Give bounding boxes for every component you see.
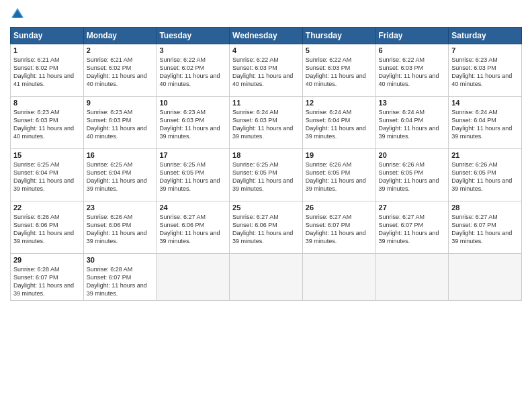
day-info: Sunrise: 6:21 AM Sunset: 6:02 PM Dayligh…	[13, 56, 81, 89]
day-info: Sunrise: 6:25 AM Sunset: 6:04 PM Dayligh…	[87, 161, 154, 193]
calendar-day-cell: 12 Sunrise: 6:24 AM Sunset: 6:04 PM Dayl…	[302, 97, 375, 149]
day-info: Sunrise: 6:25 AM Sunset: 6:05 PM Dayligh…	[232, 161, 300, 193]
day-info: Sunrise: 6:26 AM Sunset: 6:06 PM Dayligh…	[87, 213, 154, 246]
day-number: 12	[306, 99, 373, 107]
day-number: 30	[87, 256, 154, 264]
day-number: 2	[87, 46, 154, 54]
day-number: 4	[232, 46, 300, 54]
day-info: Sunrise: 6:24 AM Sunset: 6:03 PM Dayligh…	[232, 108, 300, 141]
day-number: 10	[159, 99, 226, 107]
calendar-day-cell	[157, 254, 230, 301]
calendar-day-cell: 28 Sunrise: 6:27 AM Sunset: 6:07 PM Dayl…	[449, 201, 522, 254]
weekday-header: Thursday	[302, 28, 375, 44]
day-info: Sunrise: 6:25 AM Sunset: 6:05 PM Dayligh…	[159, 161, 226, 193]
day-info: Sunrise: 6:24 AM Sunset: 6:04 PM Dayligh…	[379, 108, 446, 141]
day-info: Sunrise: 6:27 AM Sunset: 6:07 PM Dayligh…	[379, 213, 446, 246]
calendar-week-row: 22 Sunrise: 6:26 AM Sunset: 6:06 PM Dayl…	[11, 201, 522, 254]
calendar-day-cell: 6 Sunrise: 6:22 AM Sunset: 6:03 PM Dayli…	[375, 44, 449, 97]
day-info: Sunrise: 6:27 AM Sunset: 6:07 PM Dayligh…	[306, 213, 373, 246]
calendar-day-cell: 3 Sunrise: 6:22 AM Sunset: 6:02 PM Dayli…	[157, 44, 230, 97]
day-number: 18	[232, 151, 300, 159]
day-info: Sunrise: 6:26 AM Sunset: 6:06 PM Dayligh…	[13, 213, 81, 246]
day-number: 7	[451, 46, 519, 54]
day-info: Sunrise: 6:28 AM Sunset: 6:07 PM Dayligh…	[13, 265, 81, 298]
logo-icon	[10, 7, 25, 21]
day-info: Sunrise: 6:25 AM Sunset: 6:04 PM Dayligh…	[13, 161, 81, 193]
day-info: Sunrise: 6:27 AM Sunset: 6:07 PM Dayligh…	[451, 213, 519, 246]
day-number: 19	[306, 151, 373, 159]
day-number: 25	[232, 203, 300, 212]
calendar-day-cell: 23 Sunrise: 6:26 AM Sunset: 6:06 PM Dayl…	[83, 201, 157, 254]
weekday-header: Tuesday	[157, 28, 230, 44]
weekday-header: Friday	[375, 28, 449, 44]
calendar-week-row: 29 Sunrise: 6:28 AM Sunset: 6:07 PM Dayl…	[11, 254, 522, 301]
calendar-day-cell: 21 Sunrise: 6:26 AM Sunset: 6:05 PM Dayl…	[449, 149, 522, 201]
calendar-day-cell	[302, 254, 375, 301]
day-number: 29	[13, 256, 81, 264]
calendar-day-cell: 25 Sunrise: 6:27 AM Sunset: 6:06 PM Dayl…	[230, 201, 303, 254]
day-info: Sunrise: 6:23 AM Sunset: 6:03 PM Dayligh…	[159, 108, 226, 141]
calendar-day-cell: 24 Sunrise: 6:27 AM Sunset: 6:06 PM Dayl…	[157, 201, 230, 254]
day-info: Sunrise: 6:26 AM Sunset: 6:05 PM Dayligh…	[379, 161, 446, 193]
calendar-day-cell: 4 Sunrise: 6:22 AM Sunset: 6:03 PM Dayli…	[230, 44, 303, 97]
weekday-header: Saturday	[449, 28, 522, 44]
day-number: 3	[159, 46, 226, 54]
day-info: Sunrise: 6:23 AM Sunset: 6:03 PM Dayligh…	[13, 108, 81, 141]
day-info: Sunrise: 6:23 AM Sunset: 6:03 PM Dayligh…	[451, 56, 519, 89]
day-info: Sunrise: 6:27 AM Sunset: 6:06 PM Dayligh…	[159, 213, 226, 246]
day-number: 28	[451, 203, 519, 212]
day-number: 20	[379, 151, 446, 159]
day-info: Sunrise: 6:24 AM Sunset: 6:04 PM Dayligh…	[451, 108, 519, 141]
calendar-day-cell: 17 Sunrise: 6:25 AM Sunset: 6:05 PM Dayl…	[157, 149, 230, 201]
calendar-week-row: 15 Sunrise: 6:25 AM Sunset: 6:04 PM Dayl…	[11, 149, 522, 201]
weekday-header-row: SundayMondayTuesdayWednesdayThursdayFrid…	[11, 28, 522, 44]
day-number: 1	[13, 46, 81, 54]
day-number: 8	[13, 99, 81, 107]
calendar-day-cell: 14 Sunrise: 6:24 AM Sunset: 6:04 PM Dayl…	[449, 97, 522, 149]
calendar-day-cell: 16 Sunrise: 6:25 AM Sunset: 6:04 PM Dayl…	[83, 149, 157, 201]
page-container: SundayMondayTuesdayWednesdayThursdayFrid…	[0, 0, 532, 411]
weekday-header: Wednesday	[230, 28, 303, 44]
calendar-day-cell: 15 Sunrise: 6:25 AM Sunset: 6:04 PM Dayl…	[11, 149, 84, 201]
day-info: Sunrise: 6:22 AM Sunset: 6:03 PM Dayligh…	[379, 56, 446, 89]
logo	[10, 7, 28, 21]
calendar-day-cell: 20 Sunrise: 6:26 AM Sunset: 6:05 PM Dayl…	[375, 149, 449, 201]
day-number: 5	[306, 46, 373, 54]
calendar-day-cell	[230, 254, 303, 301]
calendar-day-cell: 19 Sunrise: 6:26 AM Sunset: 6:05 PM Dayl…	[302, 149, 375, 201]
day-number: 6	[379, 46, 446, 54]
calendar-day-cell: 18 Sunrise: 6:25 AM Sunset: 6:05 PM Dayl…	[230, 149, 303, 201]
day-number: 9	[87, 99, 154, 107]
calendar-day-cell: 7 Sunrise: 6:23 AM Sunset: 6:03 PM Dayli…	[449, 44, 522, 97]
calendar-day-cell: 30 Sunrise: 6:28 AM Sunset: 6:07 PM Dayl…	[83, 254, 157, 301]
calendar-day-cell: 26 Sunrise: 6:27 AM Sunset: 6:07 PM Dayl…	[302, 201, 375, 254]
day-number: 21	[451, 151, 519, 159]
day-info: Sunrise: 6:26 AM Sunset: 6:05 PM Dayligh…	[451, 161, 519, 193]
calendar-day-cell: 9 Sunrise: 6:23 AM Sunset: 6:03 PM Dayli…	[83, 97, 157, 149]
day-info: Sunrise: 6:26 AM Sunset: 6:05 PM Dayligh…	[306, 161, 373, 193]
calendar-day-cell: 22 Sunrise: 6:26 AM Sunset: 6:06 PM Dayl…	[11, 201, 84, 254]
day-number: 26	[306, 203, 373, 212]
calendar-day-cell: 13 Sunrise: 6:24 AM Sunset: 6:04 PM Dayl…	[375, 97, 449, 149]
day-info: Sunrise: 6:22 AM Sunset: 6:03 PM Dayligh…	[232, 56, 300, 89]
day-number: 22	[13, 203, 81, 212]
calendar-day-cell	[375, 254, 449, 301]
calendar-day-cell: 10 Sunrise: 6:23 AM Sunset: 6:03 PM Dayl…	[157, 97, 230, 149]
weekday-header: Sunday	[11, 28, 84, 44]
calendar-table: SundayMondayTuesdayWednesdayThursdayFrid…	[10, 27, 522, 301]
calendar-day-cell: 2 Sunrise: 6:21 AM Sunset: 6:02 PM Dayli…	[83, 44, 157, 97]
calendar-header: SundayMondayTuesdayWednesdayThursdayFrid…	[11, 28, 522, 44]
day-number: 13	[379, 99, 446, 107]
day-info: Sunrise: 6:24 AM Sunset: 6:04 PM Dayligh…	[306, 108, 373, 141]
calendar-body: 1 Sunrise: 6:21 AM Sunset: 6:02 PM Dayli…	[11, 44, 522, 301]
day-number: 24	[159, 203, 226, 212]
day-number: 15	[13, 151, 81, 159]
day-info: Sunrise: 6:22 AM Sunset: 6:03 PM Dayligh…	[306, 56, 373, 89]
calendar-day-cell	[449, 254, 522, 301]
day-info: Sunrise: 6:23 AM Sunset: 6:03 PM Dayligh…	[87, 108, 154, 141]
day-info: Sunrise: 6:28 AM Sunset: 6:07 PM Dayligh…	[87, 265, 154, 298]
day-number: 17	[159, 151, 226, 159]
day-number: 23	[87, 203, 154, 212]
weekday-header: Monday	[83, 28, 157, 44]
day-number: 14	[451, 99, 519, 107]
